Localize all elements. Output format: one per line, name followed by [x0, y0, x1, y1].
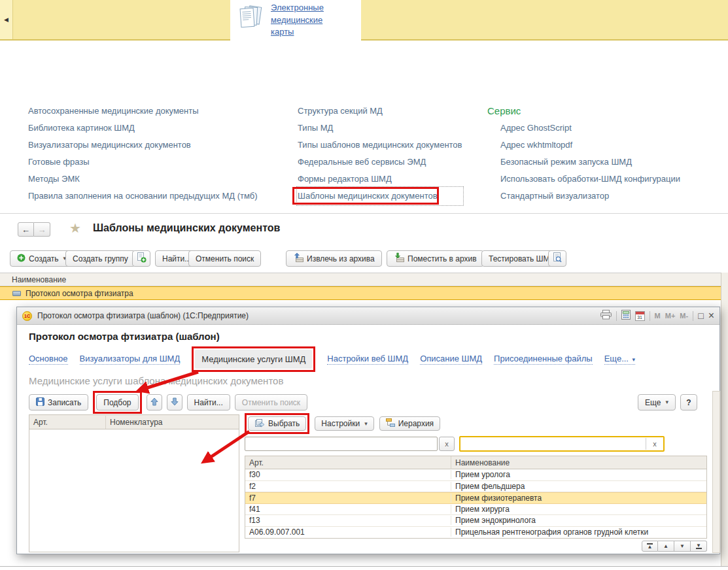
put-to-archive-button[interactable]: Поместить в архив [387, 250, 484, 267]
menu-link-federal-web[interactable]: Федеральные веб сервисы ЭМД [298, 154, 462, 171]
create-group-button[interactable]: Создать группу [65, 250, 135, 267]
memory-m-button[interactable]: M [655, 312, 661, 320]
menu-link-phrases[interactable]: Готовые фразы [28, 154, 258, 171]
table-row[interactable]: f30 Прием уролога [245, 469, 706, 481]
create-new-element-icon-button[interactable] [132, 250, 150, 267]
picker-search-row: x x [245, 436, 707, 452]
annotation-frame-tab: Медицинские услуги ШМД [192, 346, 315, 372]
settings-button[interactable]: Настройки ▾ [315, 416, 373, 431]
move-down-button[interactable] [167, 394, 182, 411]
preview-icon-button[interactable] [548, 250, 566, 267]
cancel-search-button[interactable]: Отменить поиск [188, 250, 261, 267]
section-tab-emk[interactable]: Электронные медицинские карты [230, 0, 361, 41]
calculator-icon-button[interactable] [621, 310, 631, 322]
menu-link-template-types[interactable]: Типы шаблонов медицинских документов [298, 137, 462, 154]
menu-link-std-visualizer[interactable]: Стандартный визуализатор [500, 188, 680, 205]
collapse-panel-button[interactable]: ◀ [0, 0, 13, 39]
menu-link-autosaved-docs[interactable]: Автосохраненные медицинские документы [28, 103, 258, 120]
dialog-template: 1С Протокол осмотра фтизиатра (шаблон) (… [16, 307, 720, 554]
move-up-button[interactable] [147, 394, 162, 411]
go-up-button[interactable]: ▲ [658, 541, 674, 552]
table-row[interactable]: f41 Прием хирурга [245, 504, 706, 516]
tab-more[interactable]: Еще... ▾ [604, 354, 635, 365]
list-row-selected[interactable]: Протокол осмотра фтизиатра [0, 286, 721, 300]
column-art: Арт. [245, 456, 451, 469]
memory-m-plus-button[interactable]: M+ [665, 312, 676, 320]
tab-medical-services[interactable]: Медицинские услуги ШМД [195, 350, 312, 369]
tab-main[interactable]: Основное [29, 354, 68, 365]
services-table[interactable]: Арт. Номенклатура [29, 414, 239, 552]
1c-logo-icon: 1С [22, 311, 32, 321]
tab-web-settings[interactable]: Настройки веб ШМД [327, 354, 408, 365]
titlebar-separator [616, 311, 617, 321]
favorites-star-icon[interactable]: ★ [69, 220, 81, 236]
dialog-heading: Протокол осмотра фтизиатра (шаблон) [29, 331, 220, 342]
dialog-cancel-search-button[interactable]: Отменить поиск [235, 394, 307, 411]
forward-button[interactable]: → [34, 222, 50, 237]
calendar-icon-button[interactable]: 31 [635, 311, 645, 321]
clear-name-search-button[interactable]: x [646, 440, 663, 448]
more-button[interactable]: Еще▾ [638, 394, 676, 411]
list-scrollbar[interactable] [721, 273, 728, 566]
menu-column-service: Сервис Адрес GhostScript Адрес wkhtmltop… [487, 103, 680, 205]
print-icon-button[interactable] [600, 310, 612, 322]
select-button[interactable]: Выбрать [248, 416, 306, 431]
search-art-input[interactable] [245, 437, 438, 451]
plus-icon [17, 254, 26, 264]
dialog-tabs: Основное Визуализаторы для ШМД Медицинск… [29, 346, 635, 372]
menu-link-med-doc-templates[interactable]: Шаблоны медицинских документов [298, 188, 462, 205]
menu-column-1: Автосохраненные медицинские документы Би… [28, 103, 258, 205]
column-nomenclature: Номенклатура [106, 416, 239, 429]
menu-link-ghostscript[interactable]: Адрес GhostScript [500, 120, 680, 137]
dialog-titlebar[interactable]: 1С Протокол осмотра фтизиатра (шаблон) (… [17, 307, 719, 325]
column-art: Арт. [29, 416, 106, 429]
dialog-scrollbar[interactable] [712, 391, 720, 553]
extract-from-archive-button[interactable]: Извлечь из архива [286, 250, 382, 267]
dialog-command-bar: Записать Подбор Найти... Отменить поиск … [29, 391, 697, 414]
close-button[interactable]: × [708, 310, 714, 321]
menu-link-md-types[interactable]: Типы МД [298, 120, 462, 137]
table-row-highlighted[interactable]: f7 Прием физиотерапевта [245, 492, 706, 504]
arrow-down-icon [171, 397, 179, 408]
search-name-input[interactable] [460, 438, 646, 450]
service-header: Сервис [487, 103, 680, 120]
save-button[interactable]: Записать [29, 394, 88, 411]
top-panel: ◀ Электронные медицинские карт [0, 0, 728, 41]
create-button[interactable]: Создать ▾ [10, 250, 73, 267]
collapse-icon: ◀ [4, 16, 9, 23]
menu-link-image-library[interactable]: Библиотека картинок ШМД [28, 120, 258, 137]
tab-attached-files[interactable]: Присоединенные файлы [494, 354, 593, 365]
picker-nav: ▲ ▲ ▼ ▼ [245, 541, 707, 552]
caret-down-icon: ▾ [633, 356, 636, 363]
page-title: Шаблоны медицинских документов [93, 222, 280, 234]
help-button[interactable]: ? [680, 394, 697, 411]
back-button[interactable]: ← [18, 222, 34, 237]
go-first-button[interactable]: ▲ [642, 541, 658, 552]
menu-link-fill-rules[interactable]: Правила заполнения на основании предыдущ… [28, 188, 258, 205]
go-last-button[interactable]: ▼ [691, 541, 707, 552]
picker-toolbar: Выбрать Настройки ▾ Иерархия [245, 413, 707, 434]
tab-description[interactable]: Описание ШМД [420, 354, 482, 365]
tab-visualizers[interactable]: Визуализаторы для ШМД [80, 354, 181, 365]
menu-link-visualizers[interactable]: Визуализаторы медицинских документов [28, 137, 258, 154]
dialog-find-button[interactable]: Найти... [187, 394, 230, 411]
document-magnifier-icon [552, 252, 563, 265]
clear-art-search-button[interactable]: x [439, 437, 455, 451]
maximize-button[interactable]: □ [698, 311, 703, 320]
memory-m-minus-button[interactable]: M- [680, 312, 688, 320]
menu-link-editor-forms[interactable]: Формы редактора ШМД [298, 171, 462, 188]
table-row[interactable]: f13 Прием эндокринолога [245, 515, 706, 527]
menu-link-safe-mode[interactable]: Безопасный режим запуска ШМД [500, 154, 680, 171]
table-row[interactable]: f2 Прием фельдшера [245, 481, 706, 493]
pick-button[interactable]: Подбор [96, 394, 138, 411]
menu-link-use-config[interactable]: Использовать обработки-ШМД конфигурации [500, 171, 680, 188]
go-down-button[interactable]: ▼ [674, 541, 691, 552]
titlebar-separator [693, 311, 693, 321]
menu-link-wkhtmltopdf[interactable]: Адрес wkhtmltopdf [500, 137, 680, 154]
menu-link-emk-methods[interactable]: Методы ЭМК [28, 171, 258, 188]
menu-link-section-structure[interactable]: Структура секций МД [298, 103, 462, 120]
nomenclature-table-header: Арт. Наименование [245, 456, 706, 469]
section-link[interactable]: Электронные медицинские карты [271, 2, 348, 39]
table-row[interactable]: A06.09.007.001 Прицельная рентгенография… [245, 527, 706, 539]
hierarchy-button[interactable]: Иерархия [379, 416, 440, 431]
